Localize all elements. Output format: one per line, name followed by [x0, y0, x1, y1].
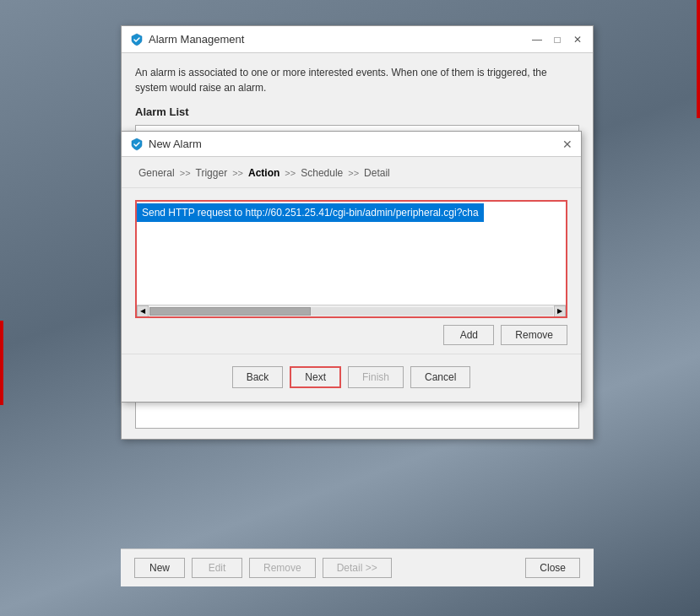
titlebar-controls: — □ ✕ [530, 33, 584, 46]
horizontal-scrollbar[interactable]: ◀ ▶ [137, 305, 566, 316]
minimize-button[interactable]: — [530, 33, 544, 46]
new-alarm-title: New Alarm [149, 138, 202, 150]
titlebar-left: Alarm Management [130, 33, 244, 46]
new-alarm-dialog: New Alarm ✕ General >> Trigger >> Action… [121, 131, 582, 403]
alarm-mgmt-titlebar: Alarm Management — □ ✕ [122, 26, 593, 53]
new-alarm-icon [130, 138, 144, 151]
new-alarm-button[interactable]: New [134, 558, 185, 578]
restore-button[interactable]: □ [551, 33, 564, 46]
alarm-list-label: Alarm List [135, 105, 579, 118]
finish-button[interactable]: Finish [348, 366, 404, 388]
next-button[interactable]: Next [290, 366, 341, 388]
close-button[interactable]: ✕ [571, 33, 584, 46]
remove-button[interactable]: Remove [501, 325, 567, 345]
alarm-mgmt-description: An alarm is associated to one or more in… [135, 65, 579, 95]
wizard-steps: General >> Trigger >> Action >> Schedule… [122, 157, 581, 188]
step-detail[interactable]: Detail [361, 165, 393, 181]
scroll-left-button[interactable]: ◀ [137, 305, 149, 317]
action-buttons-row: Add Remove [135, 325, 567, 345]
red-accent-top-right [697, 0, 700, 118]
edit-button[interactable]: Edit [192, 558, 242, 578]
step-trigger[interactable]: Trigger [193, 165, 231, 181]
scroll-track[interactable] [149, 307, 553, 316]
dialog-titlebar: New Alarm ✕ [122, 132, 581, 157]
detail-button[interactable]: Detail >> [323, 558, 392, 578]
add-button[interactable]: Add [443, 325, 494, 345]
arrow-2: >> [232, 168, 243, 178]
action-content: Send HTTP request to http://60.251.25.41… [122, 188, 581, 354]
back-button[interactable]: Back [232, 366, 284, 388]
step-general[interactable]: General [135, 165, 178, 181]
arrow-4: >> [348, 168, 359, 178]
scroll-right-button[interactable]: ▶ [554, 305, 566, 317]
action-list-container[interactable]: Send HTTP request to http://60.251.25.41… [135, 200, 567, 318]
nav-buttons-row: Back Next Finish Cancel [122, 354, 581, 402]
dialog-close-button[interactable]: ✕ [562, 138, 572, 150]
scroll-thumb[interactable] [149, 307, 311, 316]
arrow-3: >> [285, 168, 296, 178]
step-action[interactable]: Action [245, 165, 283, 181]
action-list-item[interactable]: Send HTTP request to http://60.251.25.41… [137, 203, 484, 222]
cancel-button[interactable]: Cancel [410, 366, 470, 388]
arrow-1: >> [180, 168, 191, 178]
remove-alarm-button[interactable]: Remove [249, 558, 316, 578]
red-accent-left [0, 321, 3, 405]
step-schedule[interactable]: Schedule [297, 165, 346, 181]
alarm-mgmt-icon [130, 33, 144, 46]
bottom-bar: New Edit Remove Detail >> Close [121, 548, 594, 586]
alarm-mgmt-title: Alarm Management [149, 33, 244, 46]
dialog-title-left: New Alarm [130, 138, 202, 151]
close-alarm-mgmt-button[interactable]: Close [525, 558, 580, 578]
